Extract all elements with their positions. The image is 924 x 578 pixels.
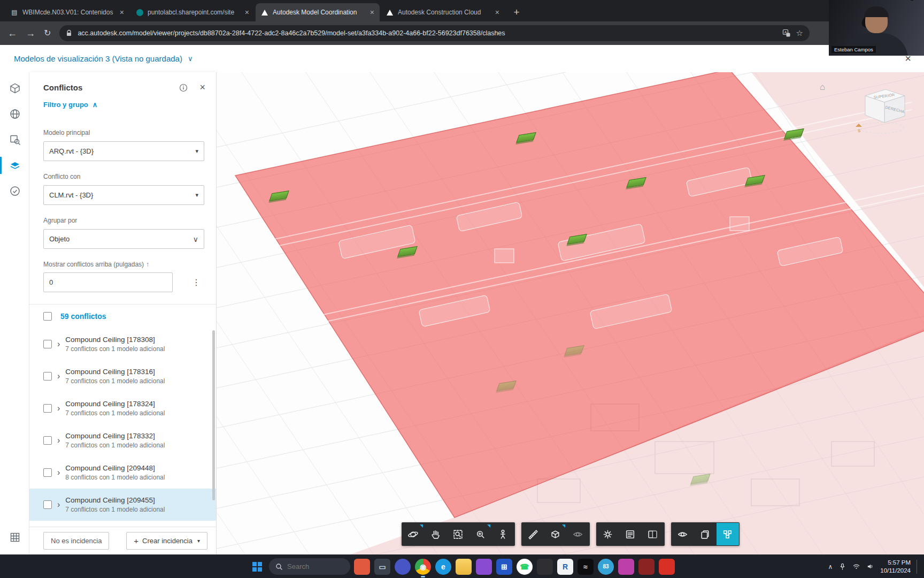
taskbar-app-pink-icon[interactable]: [618, 559, 634, 575]
clash-marker[interactable]: [496, 381, 517, 391]
zoom-window-tool[interactable]: [469, 523, 492, 545]
rail-grid-icon[interactable]: [0, 526, 29, 549]
clash-marker[interactable]: [564, 345, 584, 356]
chevron-right-icon[interactable]: ›: [57, 339, 60, 349]
tab-close-icon[interactable]: ×: [494, 8, 500, 17]
kebab-menu-icon[interactable]: ⋮: [192, 277, 201, 287]
measure-tool[interactable]: [522, 523, 544, 545]
item-checkbox[interactable]: [43, 436, 52, 445]
clash-marker[interactable]: [784, 128, 804, 139]
chevron-right-icon[interactable]: ›: [57, 371, 60, 381]
item-checkbox[interactable]: [43, 500, 52, 509]
microphone-tray-icon[interactable]: [838, 562, 846, 571]
url-bar[interactable]: acc.autodesk.com/model/viewer/projects/d…: [59, 25, 810, 41]
sheet-compare-tool[interactable]: [694, 523, 717, 545]
list-item[interactable]: › Compound Ceiling [209448]8 conflictos …: [29, 457, 216, 489]
rail-clash-search-icon[interactable]: [0, 128, 29, 151]
zoom-box-tool[interactable]: [447, 523, 469, 545]
conflict-count[interactable]: 59 conflictos: [60, 312, 106, 321]
search-input[interactable]: [287, 562, 341, 571]
ghost-hide-tool[interactable]: [567, 523, 589, 545]
panel-close-icon[interactable]: ×: [199, 82, 205, 93]
item-checkbox[interactable]: [43, 404, 52, 413]
chevron-right-icon[interactable]: ›: [57, 468, 60, 477]
taskbar-app-files-icon[interactable]: [456, 559, 472, 575]
tab-close-icon[interactable]: ×: [369, 8, 375, 17]
taskbar-app-plot-icon[interactable]: ≈: [578, 559, 594, 575]
rail-models-icon[interactable]: [0, 77, 29, 100]
translate-icon[interactable]: A: [782, 29, 791, 37]
pan-tool[interactable]: [425, 523, 447, 545]
browser-tab-4[interactable]: Autodesk Construction Cloud ×: [381, 3, 505, 21]
taskbar-app-edge-icon[interactable]: e: [435, 559, 451, 575]
list-item[interactable]: › Compound Ceiling [178332]7 conflictos …: [29, 424, 216, 457]
hidden-icons-chevron[interactable]: ∧: [828, 563, 833, 571]
list-scrollbar[interactable]: [212, 330, 215, 500]
clash-marker[interactable]: [397, 246, 418, 257]
taskbar-app-wheel-icon[interactable]: 83: [598, 559, 614, 575]
not-issue-button[interactable]: No es incidencia: [43, 532, 109, 550]
back-button[interactable]: ←: [7, 28, 17, 38]
list-item[interactable]: › Compound Ceiling [178324]7 conflictos …: [29, 392, 216, 424]
group-by-select[interactable]: Objeto ∨: [43, 229, 204, 249]
select-all-checkbox[interactable]: [43, 312, 52, 321]
list-item[interactable]: › Compound Ceiling [178308]7 conflictos …: [29, 328, 216, 360]
wifi-icon[interactable]: [852, 562, 860, 571]
chevron-right-icon[interactable]: ›: [57, 500, 60, 509]
item-checkbox[interactable]: [43, 340, 52, 348]
volume-icon[interactable]: [866, 562, 874, 571]
chevron-right-icon[interactable]: ›: [57, 436, 60, 445]
home-icon[interactable]: ⌂: [820, 82, 825, 93]
taskbar-app-store-icon[interactable]: ⊞: [496, 559, 512, 575]
show-desktop-button[interactable]: [917, 560, 919, 574]
model-viewport[interactable]: SUPERIOR DERECHA S ⌂: [217, 72, 924, 554]
browser-tab-2[interactable]: puntolabcl.sharepoint.com/site ×: [130, 3, 255, 21]
clash-marker[interactable]: [626, 177, 646, 188]
site-info-icon[interactable]: [66, 29, 72, 37]
tab-close-icon[interactable]: ×: [244, 8, 250, 17]
taskbar-search[interactable]: [269, 558, 350, 575]
rail-issues-icon[interactable]: [0, 102, 29, 126]
filter-group-toggle[interactable]: Filtro y grupo ∧: [43, 101, 202, 109]
clash-marker[interactable]: [690, 474, 711, 484]
rail-views-icon-active[interactable]: [0, 154, 29, 177]
section-tool[interactable]: [544, 523, 567, 545]
taskbar-app-chrome-icon[interactable]: ◉: [415, 559, 431, 575]
main-model-select[interactable]: ARQ.rvt - {3D} ▾: [43, 141, 204, 161]
taskbar-app-red-icon[interactable]: [659, 559, 675, 575]
tab-close-icon[interactable]: ×: [119, 8, 125, 17]
start-button[interactable]: [249, 559, 265, 575]
taskbar-app-maroon-icon[interactable]: [638, 559, 654, 575]
taskbar-clock[interactable]: 5:57 PM 10/11/2024: [880, 559, 911, 575]
browser-tab-3-active[interactable]: Autodesk Model Coordination ×: [256, 3, 380, 21]
taskbar-app-screen-icon[interactable]: ▭: [374, 559, 390, 575]
properties-tool[interactable]: [619, 523, 642, 545]
clash-with-select[interactable]: CLM.rvt - {3D} ▾: [43, 185, 204, 205]
model-browser-tool[interactable]: [717, 523, 739, 545]
list-item[interactable]: › Compound Ceiling [178316]7 conflictos …: [29, 360, 216, 392]
view-selector[interactable]: Modelos de visualización 3 (Vista no gua…: [14, 54, 192, 63]
new-tab-button[interactable]: +: [509, 5, 524, 20]
taskbar-app-r-icon[interactable]: R: [557, 559, 573, 575]
clash-marker[interactable]: [745, 175, 765, 186]
settings-tool[interactable]: [597, 523, 619, 545]
info-icon[interactable]: [179, 83, 188, 92]
taskbar-app-phone-icon[interactable]: ☎: [517, 559, 533, 575]
taskbar-app-dark-icon[interactable]: [537, 559, 553, 575]
rail-checklist-icon[interactable]: [0, 179, 29, 203]
reload-button[interactable]: ↻: [44, 29, 51, 37]
first-person-tool[interactable]: [492, 523, 514, 545]
list-item[interactable]: › Compound Ceiling [209455]7 conflictos …: [29, 489, 216, 521]
chevron-right-icon[interactable]: ›: [57, 404, 60, 413]
clash-marker[interactable]: [567, 234, 587, 245]
visibility-tool[interactable]: [672, 523, 694, 545]
orbit-tool[interactable]: [402, 523, 425, 545]
clash-marker[interactable]: [516, 132, 536, 143]
tolerance-input[interactable]: [43, 272, 173, 292]
taskbar-app-teams-icon[interactable]: [395, 559, 411, 575]
taskbar-app-widgets-icon[interactable]: [354, 559, 370, 575]
item-checkbox[interactable]: [43, 372, 52, 381]
browser-tab-1[interactable]: ▤ WBIMcde.N03.V01: Contenidos ×: [5, 3, 129, 21]
clash-marker[interactable]: [269, 191, 289, 201]
bookmark-star-icon[interactable]: ☆: [796, 28, 803, 38]
